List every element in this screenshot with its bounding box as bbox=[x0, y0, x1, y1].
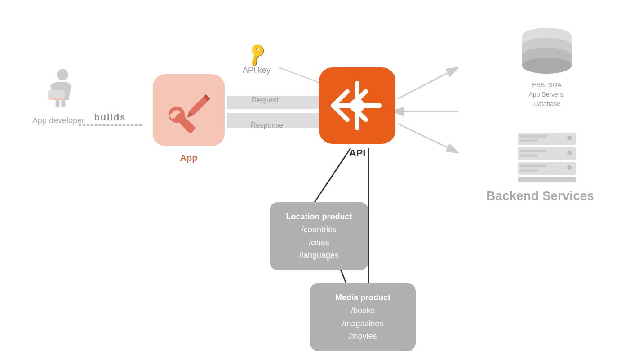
svg-point-55 bbox=[567, 165, 572, 170]
database-icon-group: ESB, SOAApp Servers,Database bbox=[518, 25, 576, 109]
svg-line-12 bbox=[398, 124, 458, 153]
media-product-item-3: /movies bbox=[324, 330, 402, 343]
api-icon-box bbox=[319, 67, 395, 144]
svg-point-47 bbox=[567, 136, 572, 140]
location-product-item-3: /languages bbox=[283, 249, 355, 262]
media-product-item-1: /books bbox=[324, 304, 402, 317]
location-product-item-1: /countries bbox=[283, 223, 355, 236]
svg-line-10 bbox=[398, 67, 458, 99]
api-snowflake-icon bbox=[328, 76, 386, 135]
svg-rect-45 bbox=[520, 135, 547, 138]
svg-rect-56 bbox=[518, 177, 576, 182]
svg-rect-54 bbox=[520, 169, 538, 172]
app-tools-icon bbox=[162, 83, 216, 137]
svg-rect-49 bbox=[520, 150, 547, 152]
request-label: Request bbox=[252, 96, 279, 104]
builds-text: builds bbox=[94, 112, 126, 123]
app-box bbox=[153, 74, 225, 146]
svg-point-17 bbox=[57, 69, 68, 80]
location-product-title: Location product bbox=[283, 210, 355, 223]
esb-soa-label: ESB, SOAApp Servers,Database bbox=[518, 80, 576, 109]
database-icon bbox=[518, 25, 576, 79]
svg-rect-53 bbox=[520, 164, 547, 167]
api-key-label: API key bbox=[243, 66, 271, 75]
media-product-item-2: /magazines bbox=[324, 317, 402, 330]
svg-rect-19 bbox=[48, 90, 64, 98]
api-central-section: API bbox=[319, 67, 395, 159]
svg-rect-20 bbox=[56, 99, 60, 107]
response-label: Response bbox=[251, 121, 283, 129]
server-icon bbox=[513, 130, 581, 184]
svg-rect-32 bbox=[357, 103, 382, 108]
app-developer-label: App developer bbox=[32, 116, 84, 125]
builds-annotation: builds bbox=[79, 112, 142, 126]
key-icon: 🔑 bbox=[243, 41, 270, 68]
svg-rect-46 bbox=[520, 139, 538, 142]
person-icon bbox=[40, 67, 76, 112]
builds-dashed-line bbox=[79, 124, 142, 126]
svg-rect-50 bbox=[520, 154, 538, 157]
location-product-box: Location product /countries /cities /lan… bbox=[270, 202, 368, 270]
media-product-box: Media product /books /magazines /movies bbox=[310, 283, 416, 351]
backend-services-label: Backend Services bbox=[482, 189, 599, 203]
location-product-item-2: /cities bbox=[283, 236, 355, 249]
svg-rect-21 bbox=[61, 99, 65, 107]
svg-point-51 bbox=[567, 151, 572, 155]
diagram-container: App developer builds App 🔑 API key bbox=[0, 0, 621, 364]
svg-point-43 bbox=[522, 58, 572, 74]
svg-rect-22 bbox=[174, 112, 196, 134]
api-label: API bbox=[349, 147, 366, 159]
server-icon-group bbox=[513, 130, 581, 186]
api-key-area: 🔑 API key bbox=[243, 45, 271, 75]
media-product-title: Media product bbox=[324, 291, 402, 304]
app-label: App bbox=[166, 153, 211, 163]
